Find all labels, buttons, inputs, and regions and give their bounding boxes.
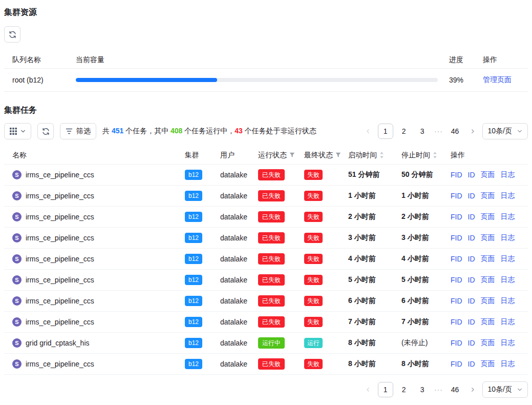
task-action-fid[interactable]: FID [451,318,462,326]
task-name: irms_ce_pipeline_ccs [26,297,94,305]
task-action-log[interactable]: 日志 [501,338,515,348]
task-action-page[interactable]: 页面 [481,191,495,200]
page-button-2[interactable]: 2 [396,382,412,397]
task-action-log[interactable]: 日志 [501,317,515,327]
page-button-last[interactable]: 46 [448,382,463,397]
task-action-fid[interactable]: FID [451,339,462,347]
task-start-time: 7 小时前 [348,317,401,327]
task-action-id[interactable]: ID [468,318,475,326]
chevron-down-icon [517,387,522,392]
task-action-id[interactable]: ID [468,360,475,368]
task-action-id[interactable]: ID [468,276,475,284]
page-button-last[interactable]: 46 [448,124,463,139]
task-action-id[interactable]: ID [468,192,475,200]
task-action-fid[interactable]: FID [451,255,462,263]
final-status-badge: 失败 [304,254,323,264]
page-button-2[interactable]: 2 [396,124,412,139]
prev-page-button[interactable] [361,124,375,138]
filter-button[interactable]: 筛选 [60,123,96,139]
task-action-page[interactable]: 页面 [481,359,495,369]
task-action-page[interactable]: 页面 [481,338,495,348]
sorter-icon [433,152,437,158]
task-action-log[interactable]: 日志 [501,191,515,200]
manage-page-link[interactable]: 管理页面 [483,75,512,84]
task-action-page[interactable]: 页面 [481,317,495,327]
task-action-log[interactable]: 日志 [501,212,515,221]
tasks-refresh-button[interactable] [37,123,54,139]
task-action-id[interactable]: ID [468,339,475,347]
task-action-id[interactable]: ID [468,234,475,242]
task-action-log[interactable]: 日志 [501,233,515,242]
page-ellipsis[interactable]: ··· [433,127,444,135]
task-action-fid[interactable]: FID [451,192,462,200]
task-action-page[interactable]: 页面 [481,212,495,221]
capacity-progress-fill [76,78,217,82]
task-action-id[interactable]: ID [468,255,475,263]
task-action-page[interactable]: 页面 [481,233,495,242]
task-actions: FIDID页面日志 [451,170,520,179]
filter-funnel-icon[interactable] [335,152,341,158]
task-action-id[interactable]: ID [468,213,475,221]
prev-page-button[interactable] [361,382,375,397]
page-button-3[interactable]: 3 [415,124,430,139]
column-settings-button[interactable] [4,123,31,139]
task-action-log[interactable]: 日志 [501,275,515,285]
cluster-badge: b12 [185,359,202,369]
next-page-button[interactable] [466,124,479,138]
task-action-page[interactable]: 页面 [481,170,495,179]
filter-funnel-icon[interactable] [289,152,295,158]
page-size-select[interactable]: 10条/页 [482,123,528,139]
col-header-name: 名称 [12,151,185,160]
task-stop-time: 8 小时前 [401,359,451,369]
cluster-badge: b12 [185,338,202,348]
task-actions: FIDID页面日志 [451,212,520,221]
task-action-id[interactable]: ID [468,297,475,305]
table-row: S irms_ce_pipeline_ccs b12 datalake 已失败 … [4,270,528,291]
task-action-fid[interactable]: FID [451,297,462,305]
table-row: S irms_ce_pipeline_ccs b12 datalake 已失败 … [4,291,528,312]
task-user: datalake [220,234,258,242]
task-name: irms_ce_pipeline_ccs [26,192,94,200]
run-status-badge: 已失败 [258,169,285,180]
task-user: datalake [220,318,258,326]
task-action-log[interactable]: 日志 [501,254,515,264]
refresh-icon [9,31,16,38]
task-action-page[interactable]: 页面 [481,254,495,264]
task-action-fid[interactable]: FID [451,234,462,242]
page-button-1[interactable]: 1 [378,382,393,397]
task-stop-time: 3 小时前 [401,233,451,242]
task-action-page[interactable]: 页面 [481,296,495,306]
run-status-badge: 已失败 [258,358,285,370]
task-action-id[interactable]: ID [468,171,475,179]
task-action-log[interactable]: 日志 [501,170,515,179]
task-name: irms_ce_pipeline_ccs [26,276,94,284]
run-status-badge: 已失败 [258,232,285,244]
tasks-toolbar: 筛选 共 451 个任务，其中 408 个任务运行中，43 个任务处于非运行状态… [4,123,528,139]
run-status-badge: 已失败 [258,253,285,265]
task-action-log[interactable]: 日志 [501,359,515,369]
col-header-start-time[interactable]: 启动时间 [348,151,384,160]
task-name: irms_ce_pipeline_ccs [26,213,94,221]
resources-refresh-button[interactable] [4,26,20,43]
task-action-log[interactable]: 日志 [501,296,515,306]
task-stop-time: 5 小时前 [401,275,451,285]
task-action-fid[interactable]: FID [451,213,462,221]
final-status-badge: 失败 [304,191,323,201]
page-button-3[interactable]: 3 [415,382,430,397]
page-ellipsis[interactable]: ··· [433,386,444,394]
pagination-top: 1 2 3 ··· 46 10条/页 [361,123,528,139]
capacity-progress-bar [76,78,438,82]
final-status-badge: 失败 [304,170,323,180]
next-page-button[interactable] [466,382,479,397]
page-button-1[interactable]: 1 [378,124,393,139]
task-action-fid[interactable]: FID [451,276,462,284]
run-status-badge: 已失败 [258,295,285,307]
page-size-select[interactable]: 10条/页 [482,381,528,398]
col-header-run-status: 运行状态 [258,151,295,160]
task-action-fid[interactable]: FID [451,360,462,368]
task-action-page[interactable]: 页面 [481,275,495,285]
col-header-stop-time[interactable]: 停止时间 [401,151,437,160]
task-action-fid[interactable]: FID [451,171,462,179]
task-name: irms_ce_pipeline_ccs [26,234,94,242]
chevron-down-icon [517,129,522,134]
